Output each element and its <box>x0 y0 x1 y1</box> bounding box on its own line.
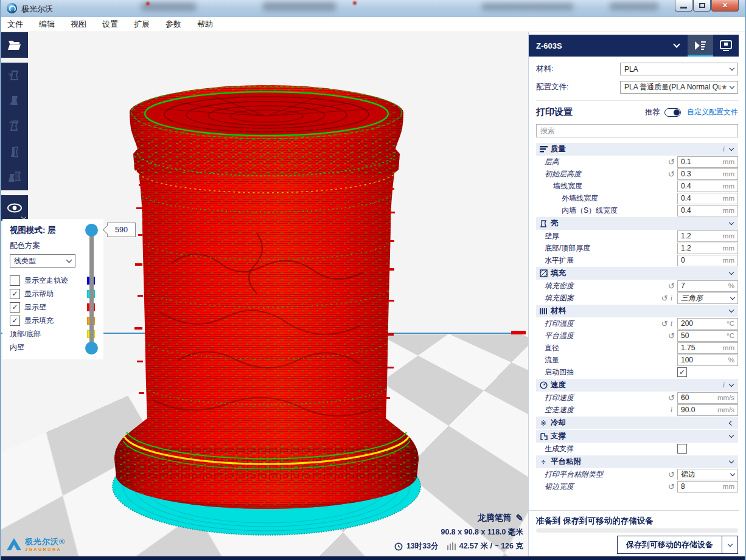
profile-select[interactable]: PLA 普通质量(PLA Normal Qua ★ <box>620 81 738 94</box>
open-file-button[interactable] <box>1 32 28 58</box>
folder-open-icon <box>7 39 22 51</box>
legend-label: 显示填充 <box>24 316 87 326</box>
setting-input[interactable]: 90.0mm/s <box>677 404 738 416</box>
reset-icon[interactable]: ↺ <box>661 319 668 328</box>
setting-input[interactable]: 1.2mm <box>677 230 738 242</box>
material-label: 材料: <box>536 64 553 74</box>
setting-row-horizontal-expansion: 水平扩展 0mm <box>536 254 738 266</box>
menu-extensions[interactable]: 扩展 <box>134 19 158 30</box>
setting-input[interactable]: 0mm <box>677 255 738 266</box>
scale-tool-button[interactable] <box>1 88 28 114</box>
settings-list: 质量 i 层高 ↺ 0.1mm 初始层高度 ↺ 0.3mm 墙线宽度 0.4mm… <box>536 142 738 493</box>
reset-icon[interactable]: ↺ <box>668 470 675 479</box>
generate-support-checkbox[interactable] <box>677 444 687 454</box>
move-tool-button[interactable] <box>1 63 28 88</box>
menu-view[interactable]: 视图 <box>71 19 95 30</box>
view-mode-button[interactable] <box>1 195 28 221</box>
section-adhesion[interactable]: ÷ 平台粘附 <box>536 455 738 468</box>
prepare-preview-tab[interactable] <box>688 35 713 57</box>
reset-icon[interactable]: ↺ <box>668 282 675 291</box>
reset-icon[interactable]: ↺ <box>668 482 675 491</box>
section-infill[interactable]: 填充 <box>536 267 738 280</box>
menu-edit[interactable]: 编辑 <box>39 19 63 30</box>
menu-settings[interactable]: 设置 <box>102 19 127 30</box>
minimize-button[interactable] <box>675 0 692 12</box>
clock-icon <box>394 542 403 551</box>
layer-slider-track[interactable] <box>89 230 94 348</box>
chevron-down-icon <box>729 382 734 387</box>
setting-row-infill-pattern: 填充图案 ↺ i 三角形 <box>536 292 738 304</box>
legend-label: 显示帮助 <box>24 289 87 299</box>
setting-input[interactable]: 1.75mm <box>677 342 738 354</box>
material-row: 材料: PLA <box>536 63 738 75</box>
section-quality[interactable]: 质量 i <box>536 143 738 156</box>
3d-viewport[interactable]: 视图模式: 层 配色方案 线类型 显示空走轨迹 ✓ 显示帮助 ✓ 显示壁 <box>1 32 528 556</box>
save-options-button[interactable] <box>722 536 738 554</box>
setting-input[interactable]: 7% <box>677 280 738 292</box>
maximize-button[interactable] <box>693 0 711 12</box>
menu-file[interactable]: 文件 <box>7 19 32 30</box>
setting-row-travel-speed: 空走速度 i 90.0mm/s <box>536 404 738 416</box>
close-button[interactable]: ✕ <box>711 0 739 12</box>
rename-pencil-icon[interactable]: ✎ <box>515 513 523 524</box>
setting-select[interactable]: 三角形 <box>677 292 738 304</box>
retraction-checkbox[interactable]: ✓ <box>677 367 687 377</box>
recommended-toggle[interactable] <box>664 108 681 117</box>
infill-checkbox[interactable]: ✓ <box>10 316 20 326</box>
helpers-checkbox[interactable]: ✓ <box>10 289 20 299</box>
material-icon <box>537 308 549 315</box>
slice-progress-bar <box>536 528 738 533</box>
setting-label: 裙边宽度 <box>545 482 668 492</box>
save-to-removable-button[interactable]: 保存到可移动的存储设备 <box>617 536 722 554</box>
setting-row-skirt-width: 裙边宽度 ↺ 8mm <box>536 480 738 493</box>
layer-slider-top-handle[interactable] <box>85 224 98 237</box>
monitor-tab[interactable] <box>713 35 739 57</box>
setting-label: 外墙线宽度 <box>562 193 677 204</box>
sliced-model-pen-holder[interactable] <box>105 81 428 537</box>
setting-input[interactable]: 8mm <box>677 481 738 493</box>
machine-selector-bar[interactable]: Z-603S <box>529 35 739 57</box>
chevron-down-icon <box>730 294 735 299</box>
setting-input[interactable]: 50°C <box>677 330 738 342</box>
setting-input[interactable]: 0.4mm <box>677 193 738 204</box>
menu-help[interactable]: 帮助 <box>197 19 221 30</box>
setting-input[interactable]: 200°C <box>677 318 738 330</box>
profile-row: 配置文件: PLA 普通质量(PLA Normal Qua ★ <box>536 81 738 94</box>
shell-checkbox[interactable]: ✓ <box>10 302 20 313</box>
setting-input[interactable]: 0.3mm <box>677 168 738 180</box>
layer-slider-bottom-handle[interactable] <box>85 342 98 354</box>
star-icon: ★ <box>721 83 727 91</box>
rotate-tool-button[interactable] <box>1 114 28 139</box>
title-bar[interactable]: 极光尔沃 ✕ <box>1 0 745 17</box>
move-tool-icon <box>7 68 22 83</box>
setting-input[interactable]: 1.2mm <box>677 243 738 254</box>
setting-input[interactable]: 0.4mm <box>677 205 738 216</box>
menu-parameters[interactable]: 参数 <box>166 19 190 30</box>
color-scheme-select[interactable]: 线类型 <box>10 254 75 268</box>
setting-input[interactable]: 0.1mm <box>677 156 738 168</box>
travels-checkbox[interactable] <box>10 275 20 286</box>
custom-profile-link[interactable]: 自定义配置文件 <box>687 107 738 117</box>
setting-input[interactable]: 60mm/s <box>677 392 738 404</box>
setting-input[interactable]: 0.4mm <box>677 181 738 192</box>
reset-icon[interactable]: ↺ <box>661 294 668 303</box>
setting-select[interactable]: 裙边 <box>677 469 738 480</box>
setting-label: 打印平台粘附类型 <box>545 469 668 480</box>
reset-icon[interactable]: ↺ <box>668 331 675 340</box>
setting-label: 水平扩展 <box>545 255 677 266</box>
material-select[interactable]: PLA <box>620 63 738 75</box>
mirror-tool-icon <box>7 145 22 159</box>
section-cooling[interactable]: ※ 冷却 <box>536 417 738 429</box>
reset-icon[interactable]: ↺ <box>668 393 675 403</box>
mirror-tool-button[interactable] <box>1 139 28 165</box>
search-input[interactable] <box>536 124 738 137</box>
setting-row-top-bottom-thickness: 底部/顶部厚度 1.2mm <box>536 242 738 254</box>
reset-icon[interactable]: ↺ <box>668 157 675 167</box>
setting-input[interactable]: 100% <box>677 354 738 366</box>
section-support[interactable]: 支撑 <box>536 430 738 443</box>
section-material[interactable]: 材料 <box>536 305 738 317</box>
reset-icon[interactable]: ↺ <box>668 170 675 179</box>
per-model-settings-button[interactable] <box>1 165 28 190</box>
section-shell[interactable]: 壳 <box>536 217 738 230</box>
section-speed[interactable]: 速度 i <box>536 379 738 392</box>
